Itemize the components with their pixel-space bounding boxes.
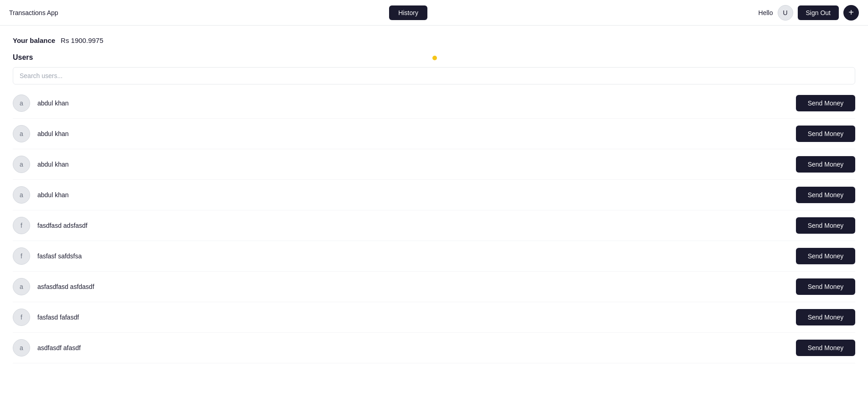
navbar-center: History — [389, 5, 427, 20]
user-row: f fasfasf safdsfsa Send Money — [13, 241, 855, 272]
user-row: a asfasdfasd asfdasdf Send Money — [13, 272, 855, 302]
send-money-button-3[interactable]: Send Money — [796, 187, 855, 203]
balance-label: Your balance — [13, 37, 55, 44]
send-money-button-0[interactable]: Send Money — [796, 95, 855, 111]
user-name-4: fasdfasd adsfasdf — [37, 222, 796, 229]
send-money-button-6[interactable]: Send Money — [796, 278, 855, 295]
user-name-3: abdul khan — [37, 191, 796, 199]
navbar: Transactions App History Hello U Sign Ou… — [0, 0, 868, 26]
user-name-1: abdul khan — [37, 130, 796, 137]
user-name-7: fasfasd fafasdf — [37, 314, 796, 321]
user-row: f fasdfasd adsfasdf Send Money — [13, 210, 855, 241]
send-money-button-2[interactable]: Send Money — [796, 156, 855, 173]
hello-text: Hello — [759, 9, 773, 16]
send-money-button-7[interactable]: Send Money — [796, 309, 855, 325]
send-money-button-1[interactable]: Send Money — [796, 126, 855, 142]
user-name-5: fasfasf safdsfsa — [37, 252, 796, 260]
user-name-6: asfasdfasd asfdasdf — [37, 283, 796, 290]
avatar: U — [778, 5, 793, 21]
user-name-8: asdfasdf afasdf — [37, 344, 796, 351]
user-row: a abdul khan Send Money — [13, 149, 855, 180]
user-avatar-0: a — [13, 94, 30, 112]
user-row: a abdul khan Send Money — [13, 119, 855, 149]
users-list: a abdul khan Send Money a abdul khan Sen… — [13, 88, 855, 363]
send-money-button-4[interactable]: Send Money — [796, 217, 855, 234]
send-money-button-8[interactable]: Send Money — [796, 340, 855, 356]
user-avatar-3: a — [13, 186, 30, 204]
user-avatar-2: a — [13, 156, 30, 173]
search-container — [13, 67, 855, 84]
history-button[interactable]: History — [389, 5, 427, 20]
user-avatar-5: f — [13, 247, 30, 265]
balance-value: Rs 1900.9975 — [61, 37, 103, 44]
user-row: a abdul khan Send Money — [13, 180, 855, 210]
sign-out-button[interactable]: Sign Out — [798, 5, 839, 20]
search-input[interactable] — [13, 67, 855, 84]
navbar-right: Hello U Sign Out + — [759, 5, 859, 21]
users-section: Users a abdul khan Send Money a abdul kh… — [13, 53, 855, 363]
add-button[interactable]: + — [843, 5, 859, 21]
main-content: Your balance Rs 1900.9975 Users a abdul … — [0, 26, 868, 374]
user-name-2: abdul khan — [37, 161, 796, 168]
send-money-button-5[interactable]: Send Money — [796, 248, 855, 264]
user-avatar-4: f — [13, 217, 30, 234]
user-row: a abdul khan Send Money — [13, 88, 855, 119]
status-indicator — [432, 56, 437, 60]
user-row: a asdfasdf afasdf Send Money — [13, 333, 855, 363]
balance-section: Your balance Rs 1900.9975 — [13, 37, 855, 44]
user-avatar-1: a — [13, 125, 30, 142]
plus-icon: + — [848, 7, 854, 18]
user-avatar-8: a — [13, 339, 30, 357]
app-title: Transactions App — [9, 9, 58, 16]
user-row: f fasfasd fafasdf Send Money — [13, 302, 855, 333]
user-avatar-7: f — [13, 309, 30, 326]
user-name-0: abdul khan — [37, 100, 796, 107]
user-avatar-6: a — [13, 278, 30, 295]
